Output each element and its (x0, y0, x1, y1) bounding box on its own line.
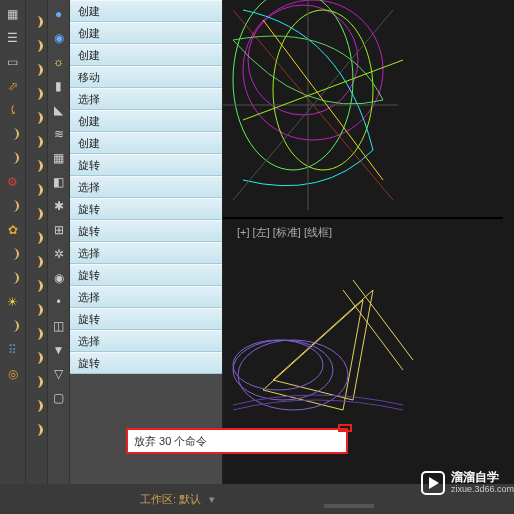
wave-icon[interactable]: ≋ (49, 124, 69, 144)
ring-icon[interactable]: ◎ (3, 364, 23, 384)
list-icon[interactable]: ☰ (3, 28, 23, 48)
half-moon-icon[interactable] (27, 156, 47, 176)
watermark-url: zixue.3d66.com (451, 485, 514, 495)
half-moon-icon[interactable] (27, 12, 47, 32)
highlight-corner (338, 424, 352, 432)
moon-icon[interactable] (3, 148, 23, 168)
grid-icon[interactable]: ▦ (49, 148, 69, 168)
moon-icon[interactable] (3, 316, 23, 336)
star-icon[interactable]: ✲ (49, 244, 69, 264)
play-icon (421, 471, 445, 495)
timeline-slider[interactable] (324, 504, 374, 508)
history-dropdown: 创建 创建 创建 移动 选择 创建 创建 旋转 选择 旋转 旋转 选择 旋转 选… (70, 0, 222, 374)
curve-icon[interactable]: ⤹ (3, 100, 23, 120)
history-item[interactable]: 选择 (70, 242, 222, 264)
history-item[interactable]: 旋转 (70, 308, 222, 330)
half-moon-icon[interactable] (27, 204, 47, 224)
funnel-icon[interactable]: ▼ (49, 340, 69, 360)
clipboard-icon[interactable]: ▢ (49, 388, 69, 408)
history-item[interactable]: 旋转 (70, 198, 222, 220)
half-moon-icon[interactable] (27, 324, 47, 344)
flower-icon[interactable]: ✿ (3, 220, 23, 240)
atom-icon[interactable]: ✱ (49, 196, 69, 216)
history-item[interactable]: 创建 (70, 110, 222, 132)
dropdown-icon[interactable]: ▾ (209, 493, 215, 506)
undo-count-box: 放弃 30 个命令 (126, 428, 348, 454)
svg-point-13 (233, 340, 323, 390)
half-moon-icon[interactable] (27, 396, 47, 416)
spacer-icon (27, 4, 47, 8)
half-moon-icon[interactable] (27, 228, 47, 248)
launch-icon[interactable]: ⬀ (3, 76, 23, 96)
half-moon-icon[interactable] (27, 180, 47, 200)
cube-icon[interactable]: ◫ (49, 316, 69, 336)
half-moon-icon[interactable] (27, 36, 47, 56)
eye-icon[interactable]: ◉ (49, 268, 69, 288)
history-item[interactable]: 选择 (70, 286, 222, 308)
sun-icon[interactable]: ☀ (3, 292, 23, 312)
bulb-icon[interactable]: ☼ (49, 52, 69, 72)
history-item[interactable]: 旋转 (70, 264, 222, 286)
history-item[interactable]: 选择 (70, 330, 222, 352)
window-icon[interactable]: ▭ (3, 52, 23, 72)
half-moon-icon[interactable] (27, 132, 47, 152)
dots-icon[interactable]: ⠿ (3, 340, 23, 360)
history-item[interactable]: 创建 (70, 0, 222, 22)
history-item[interactable]: 创建 (70, 132, 222, 154)
moon-icon[interactable] (3, 196, 23, 216)
measure-icon[interactable]: ◣ (49, 100, 69, 120)
half-moon-icon[interactable] (27, 348, 47, 368)
svg-point-11 (233, 340, 333, 400)
toolbar-scene-tools: ● ◉ ☼ ▮ ◣ ≋ ▦ ◧ ✱ ⊞ ✲ ◉ • ◫ ▼ ▽ ▢ (48, 0, 70, 514)
gear-icon[interactable]: ⚙ (3, 172, 23, 192)
half-moon-icon[interactable] (27, 372, 47, 392)
half-moon-icon[interactable] (27, 300, 47, 320)
grid3-icon[interactable]: ⊞ (49, 220, 69, 240)
filter-icon[interactable]: ▽ (49, 364, 69, 384)
toolbar-appshell: ▦ ☰ ▭ ⬀ ⤹ ⚙ ✿ ☀ ⠿ ◎ (0, 0, 26, 514)
history-item[interactable]: 创建 (70, 22, 222, 44)
workspace-label[interactable]: 工作区: 默认 (140, 492, 201, 507)
history-item[interactable]: 选择 (70, 88, 222, 110)
half-moon-icon[interactable] (27, 276, 47, 296)
grid-icon[interactable]: ▦ (3, 4, 23, 24)
watermark-title: 溜溜自学 (451, 471, 514, 484)
half-moon-icon[interactable] (27, 60, 47, 80)
half-moon-icon[interactable] (27, 252, 47, 272)
sphere-icon[interactable]: ◉ (49, 28, 69, 48)
half-moon-icon[interactable] (27, 84, 47, 104)
history-item[interactable]: 移动 (70, 66, 222, 88)
undo-count-text: 放弃 30 个命令 (134, 434, 207, 449)
box-icon[interactable]: ◧ (49, 172, 69, 192)
moon-icon[interactable] (3, 268, 23, 288)
toolbar-shapes (26, 0, 48, 514)
moon-icon[interactable] (3, 124, 23, 144)
camera-icon[interactable]: ▮ (49, 76, 69, 96)
half-moon-icon[interactable] (27, 108, 47, 128)
circle-icon[interactable]: ● (49, 4, 69, 24)
moon-icon[interactable] (3, 244, 23, 264)
watermark: 溜溜自学 zixue.3d66.com (421, 471, 514, 495)
dot-icon[interactable]: • (49, 292, 69, 312)
half-moon-icon[interactable] (27, 420, 47, 440)
history-item[interactable]: 旋转 (70, 352, 222, 374)
history-item[interactable]: 旋转 (70, 220, 222, 242)
viewport-label[interactable]: [+] [左] [标准] [线框] (237, 225, 332, 240)
history-item[interactable]: 创建 (70, 44, 222, 66)
history-item[interactable]: 旋转 (70, 154, 222, 176)
history-item[interactable]: 选择 (70, 176, 222, 198)
